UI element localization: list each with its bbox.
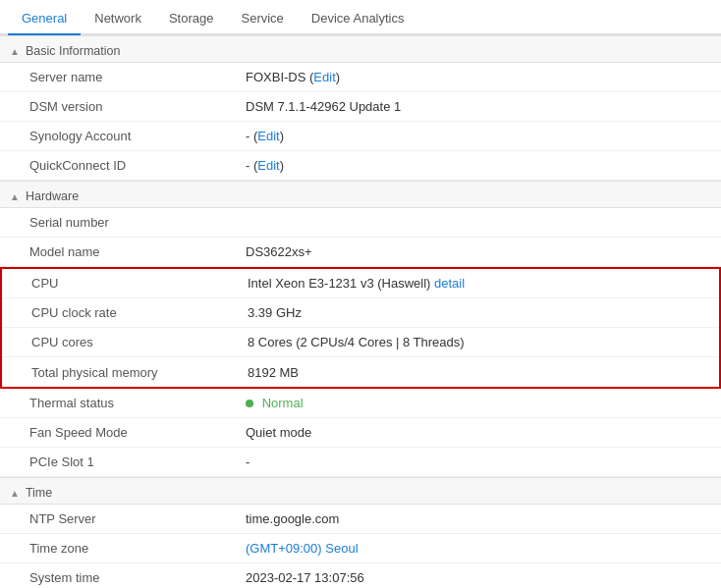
value-synology-account: - (Edit) [246,129,711,143]
chevron-hardware-icon: ▲ [10,191,20,202]
value-pcie-slot-1: - [246,454,711,469]
label-quickconnect-id: QuickConnect ID [29,158,246,173]
row-fan-speed-mode: Fan Speed Mode Quiet mode [0,418,721,448]
section-time-label: Time [26,486,52,500]
row-cpu-clock-rate: CPU clock rate 3.39 GHz [2,298,719,328]
tab-service[interactable]: Service [227,3,297,35]
label-cpu: CPU [31,276,248,291]
label-cpu-cores: CPU cores [31,335,248,349]
label-serial-number: Serial number [29,215,246,230]
label-dsm-version: DSM version [29,99,246,114]
section-basic-information: ▲ Basic Information [0,35,721,63]
label-ntp-server: NTP Server [29,511,246,526]
value-cpu-clock-rate: 3.39 GHz [248,305,709,320]
value-ntp-server: time.google.com [246,511,711,526]
row-cpu-cores: CPU cores 8 Cores (2 CPUs/4 Cores | 8 Th… [2,328,719,357]
value-dsm-version: DSM 7.1.1-42962 Update 1 [246,99,711,114]
cpu-detail-link[interactable]: detail [434,276,465,291]
row-ntp-server: NTP Server time.google.com [0,505,721,534]
edit-quickconnect-id-link[interactable]: Edit [257,158,279,173]
label-model-name: Model name [29,244,246,259]
row-system-time: System time 2023-02-17 13:07:56 [0,563,721,588]
section-time: ▲ Time [0,477,721,505]
thermal-status-text: Normal [262,396,304,410]
row-thermal-status: Thermal status Normal [0,389,721,418]
value-cpu-cores: 8 Cores (2 CPUs/4 Cores | 8 Threads) [248,335,709,349]
tab-general[interactable]: General [8,3,81,35]
label-synology-account: Synology Account [29,129,246,143]
row-server-name: Server name FOXBI-DS (Edit) [0,63,721,92]
value-time-zone: (GMT+09:00) Seoul [246,541,711,556]
edit-synology-account-link[interactable]: Edit [257,129,279,143]
value-thermal-status: Normal [246,396,711,410]
tab-network[interactable]: Network [81,3,155,35]
tab-device-analytics[interactable]: Device Analytics [298,3,418,35]
label-time-zone: Time zone [29,541,246,556]
row-quickconnect-id: QuickConnect ID - (Edit) [0,151,721,181]
chevron-time-icon: ▲ [10,488,20,499]
label-server-name: Server name [29,70,246,84]
row-dsm-version: DSM version DSM 7.1.1-42962 Update 1 [0,92,721,122]
tab-storage[interactable]: Storage [155,3,228,35]
timezone-value: (GMT+09:00) Seoul [246,541,359,556]
row-pcie-slot-1: PCIe Slot 1 - [0,448,721,477]
content-area: ▲ Basic Information Server name FOXBI-DS… [0,35,721,588]
value-model-name: DS3622xs+ [246,244,711,259]
section-basic-information-label: Basic Information [26,44,121,58]
label-total-physical-memory: Total physical memory [31,365,248,380]
section-hardware-label: Hardware [26,189,79,203]
highlight-group-cpu: CPU Intel Xeon E3-1231 v3 (Haswell) deta… [0,267,721,389]
row-time-zone: Time zone (GMT+09:00) Seoul [0,534,721,563]
row-cpu: CPU Intel Xeon E3-1231 v3 (Haswell) deta… [2,269,719,298]
value-quickconnect-id: - (Edit) [246,158,711,173]
label-system-time: System time [29,570,246,585]
section-hardware: ▲ Hardware [0,181,721,208]
chevron-icon: ▲ [10,46,20,57]
row-serial-number: Serial number [0,208,721,238]
thermal-status-dot [246,400,253,407]
tab-bar: General Network Storage Service Device A… [0,0,721,35]
label-thermal-status: Thermal status [29,396,246,410]
row-synology-account: Synology Account - (Edit) [0,122,721,151]
row-total-physical-memory: Total physical memory 8192 MB [2,357,719,387]
value-server-name: FOXBI-DS (Edit) [246,70,711,84]
label-pcie-slot-1: PCIe Slot 1 [29,454,246,469]
label-cpu-clock-rate: CPU clock rate [31,305,248,320]
label-fan-speed-mode: Fan Speed Mode [29,425,246,440]
value-system-time: 2023-02-17 13:07:56 [246,570,711,585]
edit-server-name-link[interactable]: Edit [313,70,335,84]
value-total-physical-memory: 8192 MB [248,365,709,380]
value-fan-speed-mode: Quiet mode [246,425,711,440]
value-cpu: Intel Xeon E3-1231 v3 (Haswell) detail [248,276,709,291]
row-model-name: Model name DS3622xs+ [0,238,721,267]
